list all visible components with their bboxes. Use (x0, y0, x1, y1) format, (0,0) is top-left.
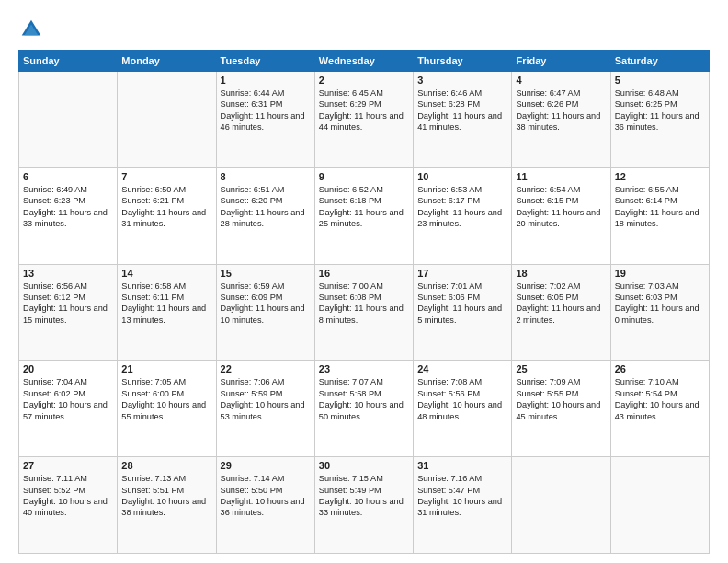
day-number: 14 (121, 268, 211, 279)
weekday-header-sunday: Sunday (19, 51, 118, 72)
day-number: 1 (221, 75, 311, 86)
calendar-cell: 26Sunrise: 7:10 AMSunset: 5:54 PMDayligh… (610, 361, 709, 457)
calendar-cell: 14Sunrise: 6:58 AMSunset: 6:11 PMDayligh… (118, 264, 216, 361)
calendar-cell: 12Sunrise: 6:55 AMSunset: 6:14 PMDayligh… (610, 167, 709, 264)
calendar-cell (118, 72, 216, 168)
day-number: 2 (319, 75, 409, 86)
calendar-cell: 9Sunrise: 6:52 AMSunset: 6:18 PMDaylight… (314, 167, 413, 264)
cell-content: Sunrise: 7:00 AMSunset: 6:08 PMDaylight:… (319, 281, 409, 327)
cell-content: Sunrise: 7:06 AMSunset: 5:59 PMDaylight:… (221, 376, 311, 422)
calendar-cell: 15Sunrise: 6:59 AMSunset: 6:09 PMDayligh… (216, 264, 314, 361)
calendar-week-row: 6Sunrise: 6:49 AMSunset: 6:23 PMDaylight… (19, 167, 710, 264)
day-number: 18 (516, 268, 606, 279)
weekday-header-thursday: Thursday (414, 51, 512, 72)
cell-content: Sunrise: 6:44 AMSunset: 6:31 PMDaylight:… (221, 87, 311, 133)
calendar-cell: 3Sunrise: 6:46 AMSunset: 6:28 PMDaylight… (414, 72, 512, 168)
cell-content: Sunrise: 6:54 AMSunset: 6:15 PMDaylight:… (516, 184, 606, 230)
cell-content: Sunrise: 7:08 AMSunset: 5:56 PMDaylight:… (417, 376, 507, 422)
calendar-cell: 2Sunrise: 6:45 AMSunset: 6:29 PMDaylight… (314, 72, 413, 168)
cell-content: Sunrise: 6:55 AMSunset: 6:14 PMDaylight:… (615, 184, 705, 230)
day-number: 4 (516, 75, 606, 86)
day-number: 26 (615, 363, 705, 374)
weekday-header-wednesday: Wednesday (314, 51, 413, 72)
calendar-cell: 8Sunrise: 6:51 AMSunset: 6:20 PMDaylight… (216, 167, 314, 264)
cell-content: Sunrise: 7:16 AMSunset: 5:47 PMDaylight:… (417, 473, 507, 519)
calendar-cell: 16Sunrise: 7:00 AMSunset: 6:08 PMDayligh… (314, 264, 413, 361)
calendar-cell: 29Sunrise: 7:14 AMSunset: 5:50 PMDayligh… (216, 457, 314, 554)
day-number: 7 (121, 171, 211, 182)
calendar-cell (610, 457, 709, 554)
calendar-week-row: 20Sunrise: 7:04 AMSunset: 6:02 PMDayligh… (19, 361, 710, 457)
calendar-cell: 24Sunrise: 7:08 AMSunset: 5:56 PMDayligh… (414, 361, 512, 457)
cell-content: Sunrise: 6:58 AMSunset: 6:11 PMDaylight:… (121, 281, 211, 327)
calendar-cell: 7Sunrise: 6:50 AMSunset: 6:21 PMDaylight… (118, 167, 216, 264)
cell-content: Sunrise: 7:11 AMSunset: 5:52 PMDaylight:… (23, 473, 113, 519)
day-number: 27 (23, 460, 113, 471)
calendar-cell (512, 457, 610, 554)
cell-content: Sunrise: 6:50 AMSunset: 6:21 PMDaylight:… (121, 184, 211, 230)
day-number: 28 (121, 460, 211, 471)
day-number: 31 (417, 460, 507, 471)
day-number: 11 (516, 171, 606, 182)
calendar-cell: 30Sunrise: 7:15 AMSunset: 5:49 PMDayligh… (314, 457, 413, 554)
header (18, 17, 710, 42)
calendar-cell: 11Sunrise: 6:54 AMSunset: 6:15 PMDayligh… (512, 167, 610, 264)
calendar-cell: 18Sunrise: 7:02 AMSunset: 6:05 PMDayligh… (512, 264, 610, 361)
day-number: 25 (516, 363, 606, 374)
day-number: 17 (417, 268, 507, 279)
day-number: 22 (221, 363, 311, 374)
calendar-cell: 10Sunrise: 6:53 AMSunset: 6:17 PMDayligh… (414, 167, 512, 264)
cell-content: Sunrise: 6:46 AMSunset: 6:28 PMDaylight:… (417, 87, 507, 133)
calendar-week-row: 27Sunrise: 7:11 AMSunset: 5:52 PMDayligh… (19, 457, 710, 554)
day-number: 15 (221, 268, 311, 279)
calendar-cell: 31Sunrise: 7:16 AMSunset: 5:47 PMDayligh… (414, 457, 512, 554)
calendar-cell: 22Sunrise: 7:06 AMSunset: 5:59 PMDayligh… (216, 361, 314, 457)
day-number: 6 (23, 171, 113, 182)
weekday-header-row: SundayMondayTuesdayWednesdayThursdayFrid… (19, 51, 710, 72)
calendar-cell: 5Sunrise: 6:48 AMSunset: 6:25 PMDaylight… (610, 72, 709, 168)
day-number: 21 (121, 363, 211, 374)
cell-content: Sunrise: 7:15 AMSunset: 5:49 PMDaylight:… (319, 473, 409, 519)
calendar-cell: 17Sunrise: 7:01 AMSunset: 6:06 PMDayligh… (414, 264, 512, 361)
weekday-header-tuesday: Tuesday (216, 51, 314, 72)
cell-content: Sunrise: 6:47 AMSunset: 6:26 PMDaylight:… (516, 87, 606, 133)
calendar-cell: 27Sunrise: 7:11 AMSunset: 5:52 PMDayligh… (19, 457, 118, 554)
day-number: 20 (23, 363, 113, 374)
calendar-cell: 13Sunrise: 6:56 AMSunset: 6:12 PMDayligh… (19, 264, 118, 361)
calendar-cell: 20Sunrise: 7:04 AMSunset: 6:02 PMDayligh… (19, 361, 118, 457)
cell-content: Sunrise: 7:07 AMSunset: 5:58 PMDaylight:… (319, 376, 409, 422)
cell-content: Sunrise: 7:09 AMSunset: 5:55 PMDaylight:… (516, 376, 606, 422)
day-number: 3 (417, 75, 507, 86)
cell-content: Sunrise: 7:13 AMSunset: 5:51 PMDaylight:… (121, 473, 211, 519)
calendar-week-row: 1Sunrise: 6:44 AMSunset: 6:31 PMDaylight… (19, 72, 710, 168)
calendar-cell: 4Sunrise: 6:47 AMSunset: 6:26 PMDaylight… (512, 72, 610, 168)
day-number: 19 (615, 268, 705, 279)
calendar-cell: 19Sunrise: 7:03 AMSunset: 6:03 PMDayligh… (610, 264, 709, 361)
calendar-table: SundayMondayTuesdayWednesdayThursdayFrid… (18, 50, 710, 554)
day-number: 13 (23, 268, 113, 279)
cell-content: Sunrise: 6:59 AMSunset: 6:09 PMDaylight:… (221, 281, 311, 327)
cell-content: Sunrise: 7:04 AMSunset: 6:02 PMDaylight:… (23, 376, 113, 422)
cell-content: Sunrise: 6:56 AMSunset: 6:12 PMDaylight:… (23, 281, 113, 327)
calendar-cell: 23Sunrise: 7:07 AMSunset: 5:58 PMDayligh… (314, 361, 413, 457)
weekday-header-monday: Monday (118, 51, 216, 72)
cell-content: Sunrise: 7:01 AMSunset: 6:06 PMDaylight:… (417, 281, 507, 327)
cell-content: Sunrise: 7:05 AMSunset: 6:00 PMDaylight:… (121, 376, 211, 422)
day-number: 8 (221, 171, 311, 182)
calendar-cell: 28Sunrise: 7:13 AMSunset: 5:51 PMDayligh… (118, 457, 216, 554)
calendar-cell: 6Sunrise: 6:49 AMSunset: 6:23 PMDaylight… (19, 167, 118, 264)
day-number: 16 (319, 268, 409, 279)
cell-content: Sunrise: 6:45 AMSunset: 6:29 PMDaylight:… (319, 87, 409, 133)
calendar-week-row: 13Sunrise: 6:56 AMSunset: 6:12 PMDayligh… (19, 264, 710, 361)
day-number: 23 (319, 363, 409, 374)
day-number: 30 (319, 460, 409, 471)
cell-content: Sunrise: 6:49 AMSunset: 6:23 PMDaylight:… (23, 184, 113, 230)
cell-content: Sunrise: 7:10 AMSunset: 5:54 PMDaylight:… (615, 376, 705, 422)
weekday-header-friday: Friday (512, 51, 610, 72)
cell-content: Sunrise: 6:51 AMSunset: 6:20 PMDaylight:… (221, 184, 311, 230)
calendar-cell: 1Sunrise: 6:44 AMSunset: 6:31 PMDaylight… (216, 72, 314, 168)
calendar-cell (19, 72, 118, 168)
logo (18, 17, 48, 42)
weekday-header-saturday: Saturday (610, 51, 709, 72)
cell-content: Sunrise: 7:14 AMSunset: 5:50 PMDaylight:… (221, 473, 311, 519)
